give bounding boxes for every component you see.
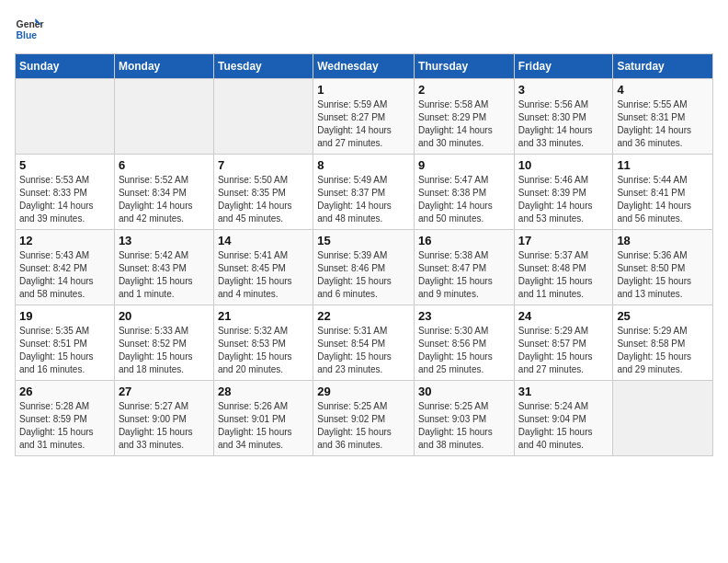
- logo-icon: General Blue: [15, 15, 44, 44]
- header: General Blue: [15, 15, 713, 44]
- day-info: Sunrise: 5:25 AM Sunset: 9:02 PM Dayligh…: [317, 400, 410, 452]
- day-info: Sunrise: 5:49 AM Sunset: 8:37 PM Dayligh…: [317, 174, 410, 225]
- calendar-cell: 6Sunrise: 5:52 AM Sunset: 8:34 PM Daylig…: [114, 155, 213, 230]
- day-number: 18: [617, 234, 709, 247]
- calendar-cell: 3Sunrise: 5:56 AM Sunset: 8:30 PM Daylig…: [514, 79, 613, 155]
- calendar-week-row: 1Sunrise: 5:59 AM Sunset: 8:27 PM Daylig…: [16, 79, 713, 155]
- calendar-cell: 27Sunrise: 5:27 AM Sunset: 9:00 PM Dayli…: [114, 381, 213, 456]
- weekday-header-sunday: Sunday: [16, 54, 115, 79]
- calendar-cell: 8Sunrise: 5:49 AM Sunset: 8:37 PM Daylig…: [313, 155, 415, 230]
- day-info: Sunrise: 5:59 AM Sunset: 8:27 PM Dayligh…: [317, 98, 410, 150]
- weekday-header-friday: Friday: [514, 54, 613, 79]
- calendar-cell: [213, 79, 313, 155]
- day-number: 16: [418, 234, 510, 247]
- day-info: Sunrise: 5:29 AM Sunset: 8:57 PM Dayligh…: [518, 325, 609, 376]
- logo: General Blue: [15, 15, 44, 44]
- day-number: 10: [518, 158, 609, 172]
- day-info: Sunrise: 5:37 AM Sunset: 8:48 PM Dayligh…: [518, 249, 609, 301]
- calendar-cell: 13Sunrise: 5:42 AM Sunset: 8:43 PM Dayli…: [114, 230, 213, 305]
- day-number: 15: [317, 234, 410, 247]
- day-number: 8: [317, 158, 410, 172]
- svg-text:General: General: [17, 19, 44, 29]
- day-number: 22: [317, 309, 410, 323]
- calendar-cell: 16Sunrise: 5:38 AM Sunset: 8:47 PM Dayli…: [415, 230, 515, 305]
- day-number: 28: [218, 385, 309, 398]
- calendar-cell: 10Sunrise: 5:46 AM Sunset: 8:39 PM Dayli…: [514, 155, 613, 230]
- day-number: 27: [119, 385, 210, 398]
- calendar-cell: [16, 79, 115, 155]
- weekday-header-monday: Monday: [114, 54, 213, 79]
- calendar-cell: 17Sunrise: 5:37 AM Sunset: 8:48 PM Dayli…: [514, 230, 613, 305]
- day-number: 29: [317, 385, 410, 398]
- calendar-cell: 21Sunrise: 5:32 AM Sunset: 8:53 PM Dayli…: [213, 305, 313, 381]
- day-number: 11: [617, 158, 709, 172]
- calendar-week-row: 12Sunrise: 5:43 AM Sunset: 8:42 PM Dayli…: [16, 230, 713, 305]
- calendar-cell: 18Sunrise: 5:36 AM Sunset: 8:50 PM Dayli…: [613, 230, 713, 305]
- day-info: Sunrise: 5:46 AM Sunset: 8:39 PM Dayligh…: [518, 174, 609, 225]
- day-number: 30: [418, 385, 510, 398]
- calendar-cell: 7Sunrise: 5:50 AM Sunset: 8:35 PM Daylig…: [213, 155, 313, 230]
- day-info: Sunrise: 5:50 AM Sunset: 8:35 PM Dayligh…: [218, 174, 309, 225]
- day-info: Sunrise: 5:29 AM Sunset: 8:58 PM Dayligh…: [617, 325, 709, 376]
- calendar-cell: 26Sunrise: 5:28 AM Sunset: 8:59 PM Dayli…: [16, 381, 115, 456]
- day-info: Sunrise: 5:26 AM Sunset: 9:01 PM Dayligh…: [218, 400, 309, 452]
- weekday-header-row: SundayMondayTuesdayWednesdayThursdayFrid…: [16, 54, 713, 79]
- day-number: 20: [119, 309, 210, 323]
- calendar-cell: 12Sunrise: 5:43 AM Sunset: 8:42 PM Dayli…: [16, 230, 115, 305]
- calendar-week-row: 26Sunrise: 5:28 AM Sunset: 8:59 PM Dayli…: [16, 381, 713, 456]
- day-info: Sunrise: 5:33 AM Sunset: 8:52 PM Dayligh…: [119, 325, 210, 376]
- day-info: Sunrise: 5:32 AM Sunset: 8:53 PM Dayligh…: [218, 325, 309, 376]
- calendar-cell: 2Sunrise: 5:58 AM Sunset: 8:29 PM Daylig…: [415, 79, 515, 155]
- calendar-cell: 28Sunrise: 5:26 AM Sunset: 9:01 PM Dayli…: [213, 381, 313, 456]
- calendar-table: SundayMondayTuesdayWednesdayThursdayFrid…: [15, 53, 713, 456]
- calendar-cell: 19Sunrise: 5:35 AM Sunset: 8:51 PM Dayli…: [16, 305, 115, 381]
- weekday-header-tuesday: Tuesday: [213, 54, 313, 79]
- day-info: Sunrise: 5:24 AM Sunset: 9:04 PM Dayligh…: [518, 400, 609, 452]
- calendar-cell: [114, 79, 213, 155]
- day-info: Sunrise: 5:25 AM Sunset: 9:03 PM Dayligh…: [418, 400, 510, 452]
- day-number: 19: [19, 309, 110, 323]
- day-number: 3: [518, 83, 609, 97]
- day-info: Sunrise: 5:53 AM Sunset: 8:33 PM Dayligh…: [19, 174, 110, 225]
- calendar-cell: 25Sunrise: 5:29 AM Sunset: 8:58 PM Dayli…: [613, 305, 713, 381]
- weekday-header-thursday: Thursday: [415, 54, 515, 79]
- day-number: 6: [119, 158, 210, 172]
- day-number: 4: [617, 83, 709, 97]
- day-info: Sunrise: 5:44 AM Sunset: 8:41 PM Dayligh…: [617, 174, 709, 225]
- svg-text:Blue: Blue: [17, 30, 38, 40]
- day-info: Sunrise: 5:43 AM Sunset: 8:42 PM Dayligh…: [19, 249, 110, 301]
- calendar-cell: 24Sunrise: 5:29 AM Sunset: 8:57 PM Dayli…: [514, 305, 613, 381]
- day-number: 31: [518, 385, 609, 398]
- weekday-header-wednesday: Wednesday: [313, 54, 415, 79]
- day-info: Sunrise: 5:36 AM Sunset: 8:50 PM Dayligh…: [617, 249, 709, 301]
- calendar-cell: 23Sunrise: 5:30 AM Sunset: 8:56 PM Dayli…: [415, 305, 515, 381]
- calendar-cell: 14Sunrise: 5:41 AM Sunset: 8:45 PM Dayli…: [213, 230, 313, 305]
- calendar-cell: 22Sunrise: 5:31 AM Sunset: 8:54 PM Dayli…: [313, 305, 415, 381]
- day-number: 14: [218, 234, 309, 247]
- day-number: 1: [317, 83, 410, 97]
- calendar-cell: 29Sunrise: 5:25 AM Sunset: 9:02 PM Dayli…: [313, 381, 415, 456]
- day-number: 9: [418, 158, 510, 172]
- day-number: 12: [19, 234, 110, 247]
- calendar-cell: 15Sunrise: 5:39 AM Sunset: 8:46 PM Dayli…: [313, 230, 415, 305]
- day-info: Sunrise: 5:58 AM Sunset: 8:29 PM Dayligh…: [418, 98, 510, 150]
- calendar-body: 1Sunrise: 5:59 AM Sunset: 8:27 PM Daylig…: [16, 79, 713, 456]
- day-number: 13: [119, 234, 210, 247]
- calendar-cell: 11Sunrise: 5:44 AM Sunset: 8:41 PM Dayli…: [613, 155, 713, 230]
- calendar-cell: 31Sunrise: 5:24 AM Sunset: 9:04 PM Dayli…: [514, 381, 613, 456]
- day-info: Sunrise: 5:42 AM Sunset: 8:43 PM Dayligh…: [119, 249, 210, 301]
- day-number: 24: [518, 309, 609, 323]
- day-number: 21: [218, 309, 309, 323]
- day-info: Sunrise: 5:30 AM Sunset: 8:56 PM Dayligh…: [418, 325, 510, 376]
- day-number: 5: [19, 158, 110, 172]
- calendar-cell: 1Sunrise: 5:59 AM Sunset: 8:27 PM Daylig…: [313, 79, 415, 155]
- calendar-cell: 4Sunrise: 5:55 AM Sunset: 8:31 PM Daylig…: [613, 79, 713, 155]
- day-number: 23: [418, 309, 510, 323]
- day-number: 7: [218, 158, 309, 172]
- day-info: Sunrise: 5:31 AM Sunset: 8:54 PM Dayligh…: [317, 325, 410, 376]
- day-info: Sunrise: 5:52 AM Sunset: 8:34 PM Dayligh…: [119, 174, 210, 225]
- day-number: 26: [19, 385, 110, 398]
- day-number: 17: [518, 234, 609, 247]
- calendar-cell: 9Sunrise: 5:47 AM Sunset: 8:38 PM Daylig…: [415, 155, 515, 230]
- day-number: 2: [418, 83, 510, 97]
